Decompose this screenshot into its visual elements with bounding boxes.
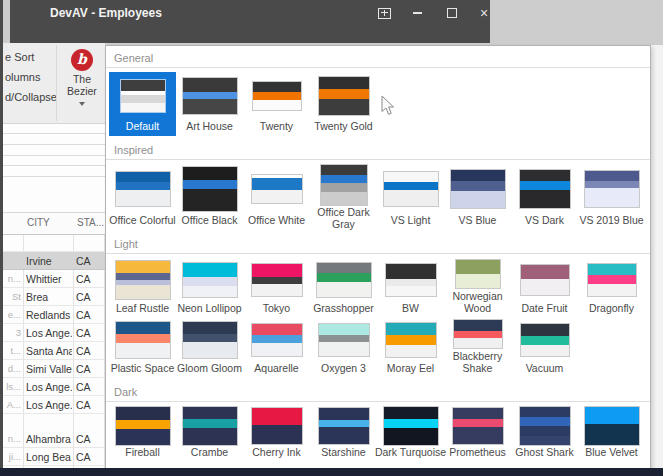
theme-item-art-house[interactable]: Art House bbox=[176, 72, 243, 136]
theme-item-prometheus[interactable]: Prometheus bbox=[444, 406, 511, 462]
theme-swatch bbox=[520, 323, 570, 357]
theme-item-vs-blue[interactable]: VS Blue bbox=[444, 164, 511, 230]
gallery-group-inspired: InspiredOffice ColorfulOffice BlackOffic… bbox=[106, 138, 650, 232]
cell-addr: d... bbox=[3, 363, 21, 374]
theme-swatch bbox=[453, 319, 503, 349]
theme-item-leaf-rustle[interactable]: Leaf Rustle bbox=[109, 258, 176, 318]
theme-item-default[interactable]: Default bbox=[109, 72, 176, 136]
theme-item-office-colorful[interactable]: Office Colorful bbox=[109, 164, 176, 230]
column-header-city[interactable]: CITY bbox=[27, 217, 50, 228]
ribbon-item-columns[interactable]: olumns bbox=[5, 71, 40, 83]
table-row[interactable] bbox=[3, 234, 105, 252]
theme-item-crambe[interactable]: Crambe bbox=[176, 406, 243, 462]
maximize-button[interactable] bbox=[443, 5, 461, 21]
bezier-theme-icon: b bbox=[71, 49, 93, 71]
cell-state: CA bbox=[76, 363, 102, 375]
close-button[interactable]: × bbox=[475, 5, 493, 21]
gallery-group-items: Office ColorfulOffice BlackOffice WhiteO… bbox=[106, 160, 650, 232]
theme-item-date-fruit[interactable]: Date Fruit bbox=[511, 258, 578, 318]
theme-swatch bbox=[115, 406, 171, 446]
table-row-long-bea[interactable]: ji...Long Bea...CA bbox=[3, 448, 105, 466]
theme-item-dark-turquoise[interactable]: Dark Turquoise bbox=[377, 406, 444, 462]
theme-item-dragonfly[interactable]: Dragonfly bbox=[578, 258, 645, 318]
gallery-group-dark: DarkFireballCrambeCherry InkStarshineDar… bbox=[106, 380, 650, 464]
table-row-brea[interactable]: StBreaCA bbox=[3, 288, 105, 306]
theme-item-label: Grasshopper bbox=[313, 302, 374, 318]
theme-item-vacuum[interactable]: Vacuum bbox=[511, 318, 578, 378]
table-row-irvine[interactable]: IrvineCA bbox=[3, 252, 105, 270]
app-window: DevAV - Employees × e Sort olumns d/Coll… bbox=[0, 0, 663, 476]
theme-item-blackberry-shake[interactable]: Blackberry Shake bbox=[444, 318, 511, 378]
gallery-group-header: Inspired bbox=[106, 138, 650, 160]
theme-item-label: Leaf Rustle bbox=[116, 302, 169, 318]
cell-state: CA bbox=[76, 273, 102, 285]
gallery-group-header: Light bbox=[106, 232, 650, 254]
theme-dropdown-button[interactable]: b The Bezier bbox=[59, 45, 105, 121]
theme-item-gloom-gloom[interactable]: Gloom Gloom bbox=[176, 318, 243, 378]
ribbon-item-expand-collapse[interactable]: d/Collapse bbox=[5, 91, 57, 103]
table-row-los-ange[interactable]: ls...Los Ange...CA bbox=[3, 378, 105, 396]
cell-city: Santa Ana bbox=[26, 345, 72, 357]
theme-item-twenty[interactable]: Twenty bbox=[243, 72, 310, 136]
table-row-los-ange[interactable]: 3Los Ange...CA bbox=[3, 324, 105, 342]
theme-item-vs-dark[interactable]: VS Dark bbox=[511, 164, 578, 230]
theme-swatch bbox=[251, 174, 303, 204]
theme-item-label: VS Blue bbox=[459, 214, 497, 230]
title-bar[interactable]: DevAV - Employees × bbox=[10, 0, 490, 43]
theme-swatch bbox=[519, 406, 571, 446]
cell-state: CA bbox=[76, 291, 102, 303]
column-header-state[interactable]: STA... bbox=[77, 217, 104, 228]
cell-city: Los Ange... bbox=[26, 327, 72, 339]
theme-item-office-white[interactable]: Office White bbox=[243, 164, 310, 230]
table-row-santa-ana[interactable]: t...Santa AnaCA bbox=[3, 342, 105, 360]
cell-addr: n... bbox=[3, 273, 21, 284]
theme-item-aquarelle[interactable]: Aquarelle bbox=[243, 318, 310, 378]
theme-item-starshine[interactable]: Starshine bbox=[310, 406, 377, 462]
table-row-redlands[interactable]: e...RedlandsCA bbox=[3, 306, 105, 324]
minimize-button[interactable] bbox=[408, 5, 426, 21]
cell-state: CA bbox=[76, 345, 102, 357]
theme-item-grasshopper[interactable]: Grasshopper bbox=[310, 258, 377, 318]
table-row-simi-valley[interactable]: d...Simi ValleyCA bbox=[3, 360, 105, 378]
theme-item-label: Twenty bbox=[260, 120, 293, 136]
theme-swatch bbox=[519, 169, 571, 209]
theme-item-label: Gloom Gloom bbox=[177, 362, 242, 378]
ribbon-separator bbox=[56, 45, 57, 121]
theme-item-label: Dragonfly bbox=[589, 302, 634, 318]
theme-swatch bbox=[115, 171, 171, 207]
theme-item-label: Office White bbox=[248, 214, 305, 230]
theme-item-vs-2019-blue[interactable]: VS 2019 Blue bbox=[578, 164, 645, 230]
theme-item-label: Aquarelle bbox=[254, 362, 298, 378]
theme-item-office-dark-gray[interactable]: Office Dark Gray bbox=[310, 164, 377, 230]
theme-item-bw[interactable]: BW bbox=[377, 258, 444, 318]
ribbon-group: e Sort olumns d/Collapse b The Bezier bbox=[3, 43, 105, 124]
theme-item-label: VS Dark bbox=[525, 214, 564, 230]
theme-item-tokyo[interactable]: Tokyo bbox=[243, 258, 310, 318]
theme-swatch bbox=[385, 263, 437, 297]
ribbon-display-options-icon[interactable] bbox=[375, 5, 393, 21]
theme-item-oxygen-3[interactable]: Oxygen 3 bbox=[310, 318, 377, 378]
table-row-alhambra[interactable]: n...AlhambraCA bbox=[3, 430, 105, 448]
theme-item-norwegian-wood[interactable]: Norwegian Wood bbox=[444, 258, 511, 318]
theme-item-plastic-space[interactable]: Plastic Space bbox=[109, 318, 176, 378]
theme-item-blue-velvet[interactable]: Blue Velvet bbox=[578, 406, 645, 462]
ribbon-item-reverse-sort[interactable]: e Sort bbox=[5, 51, 34, 63]
theme-item-twenty-gold[interactable]: Twenty Gold bbox=[310, 72, 377, 136]
theme-item-fireball[interactable]: Fireball bbox=[109, 406, 176, 462]
table-row-whittier[interactable]: n...WhittierCA bbox=[3, 270, 105, 288]
theme-swatch bbox=[318, 76, 370, 116]
theme-swatch bbox=[120, 79, 166, 113]
theme-item-vs-light[interactable]: VS Light bbox=[377, 164, 444, 230]
theme-item-ghost-shark[interactable]: Ghost Shark bbox=[511, 406, 578, 462]
table-row-los-ange[interactable]: A...Los Ange...CA bbox=[3, 396, 105, 414]
cell-city: Irvine bbox=[26, 255, 72, 267]
theme-swatch bbox=[115, 260, 171, 300]
theme-item-moray-eel[interactable]: Moray Eel bbox=[377, 318, 444, 378]
theme-item-label: Norwegian Wood bbox=[447, 290, 509, 318]
theme-item-cherry-ink[interactable]: Cherry Ink bbox=[243, 406, 310, 462]
theme-item-office-black[interactable]: Office Black bbox=[176, 164, 243, 230]
theme-item-neon-lollipop[interactable]: Neon Lollipop bbox=[176, 258, 243, 318]
theme-swatch bbox=[182, 166, 238, 212]
cell-city: Brea bbox=[26, 291, 72, 303]
cell-city: Los Ange... bbox=[26, 399, 72, 411]
